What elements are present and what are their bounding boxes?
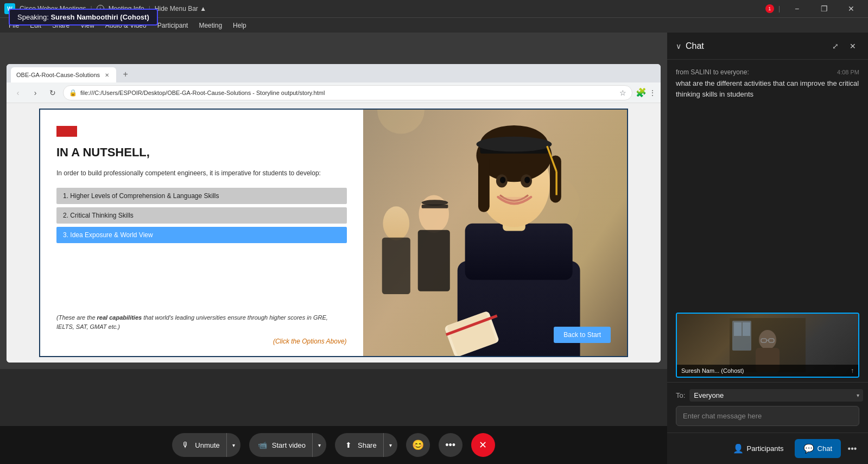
svg-rect-7: [417, 230, 449, 291]
mic-icon: 🎙: [181, 440, 191, 450]
browser-nav: ‹ › ↻ 🔒 file:///C:/Users/ESPOIR/Desktop/…: [7, 82, 661, 103]
notification-badge: 1: [765, 4, 774, 13]
graduation-photo: [363, 110, 627, 356]
grad-photo-background: [363, 110, 627, 356]
chat-header: ∨ Chat ⤢ ✕: [667, 33, 868, 60]
bookmark-icon[interactable]: ☆: [619, 88, 626, 97]
svg-point-23: [476, 137, 552, 152]
chat-sender: from SALINI to everyone:: [676, 68, 749, 76]
slide-click-text: (Click the Options Above): [56, 338, 347, 345]
slide-item-1[interactable]: 1. Higher Levels of Comprehension & Lang…: [56, 188, 347, 204]
tab-label: OBE-GA-Root-Cause-Solutions: [16, 72, 100, 78]
share-group: ⬆ Share ▾: [335, 433, 397, 457]
slide-right-panel: Back to Start: [363, 110, 627, 356]
chat-time: 4:08 PM: [837, 69, 859, 75]
svg-rect-32: [734, 322, 742, 336]
svg-point-4: [383, 206, 409, 240]
extensions-icon[interactable]: 🧩: [636, 87, 647, 98]
restore-button[interactable]: ❐: [812, 0, 837, 17]
gray-area-below: [0, 369, 667, 426]
svg-rect-33: [743, 322, 750, 336]
chat-input-box[interactable]: Enter chat message here: [676, 406, 859, 426]
address-lock-icon: 🔒: [69, 89, 77, 97]
minimize-button[interactable]: −: [784, 0, 809, 17]
browser-content: IN A NUTSHELL, In order to build profess…: [7, 103, 661, 363]
start-video-group: 📹 Start video ▾: [249, 433, 326, 457]
tab-close-button[interactable]: ✕: [103, 71, 111, 79]
video-icon: 📹: [258, 440, 268, 450]
video-arrow[interactable]: ▾: [312, 433, 326, 457]
participants-tab-button[interactable]: 👤 Participants: [724, 439, 793, 458]
more-options-button[interactable]: •••: [439, 433, 462, 457]
browser-tabs: OBE-GA-Root-Cause-Solutions ✕ +: [7, 64, 661, 82]
slide-item-2[interactable]: 2. Critical Thinking Skills: [56, 207, 347, 224]
close-button[interactable]: ✕: [839, 0, 864, 17]
chat-recipient-select[interactable]: Everyone: [689, 389, 863, 402]
svg-rect-11: [465, 224, 572, 280]
unmute-group: 🎙 Unmute ▾: [172, 433, 240, 457]
video-thumb-label: Suresh Nam... (Cohost) ↑: [677, 365, 858, 377]
start-video-button[interactable]: 📹 Start video: [249, 433, 312, 457]
end-call-icon: ✕: [479, 439, 487, 451]
slide-red-bar: [56, 126, 77, 137]
slide-left-panel: IN A NUTSHELL, In order to build profess…: [40, 110, 363, 356]
svg-rect-5: [382, 238, 410, 294]
content-wrapper: Speaking: Suresh Namboothiri (Cohost) OB…: [0, 33, 868, 464]
svg-point-9: [421, 200, 448, 205]
window-controls: 1 | − ❐ ✕: [765, 0, 864, 17]
menu-meeting[interactable]: Meeting: [194, 20, 226, 31]
svg-point-20: [499, 177, 505, 183]
chat-title: Chat: [686, 41, 825, 51]
chat-close-button[interactable]: ✕: [846, 40, 859, 53]
forward-button[interactable]: ›: [28, 86, 42, 100]
chat-header-icons: ⤢ ✕: [829, 40, 859, 53]
chat-messages: from SALINI to everyone: 4:08 PM what ar…: [667, 60, 868, 308]
slide-title: IN A NUTSHELL,: [56, 145, 347, 160]
chat-text: what are the different activities that c…: [676, 78, 859, 99]
chat-to-label: To:: [676, 391, 685, 399]
menu-help[interactable]: Help: [229, 20, 251, 31]
chat-input-area: To: Everyone ▾ Enter chat message here: [667, 382, 868, 433]
slide-footer: (These are the real capabilities that wo…: [56, 313, 347, 331]
video-participant-name: Suresh Nam... (Cohost): [681, 367, 744, 374]
slide-item-3[interactable]: 3. Idea Exposure & World View: [56, 227, 347, 243]
browser-window: OBE-GA-Root-Cause-Solutions ✕ + ‹ › ↻ 🔒 …: [7, 64, 661, 363]
participants-icon: 👤: [733, 443, 744, 454]
chat-collapse-icon[interactable]: ∨: [676, 42, 681, 50]
svg-rect-15: [478, 156, 489, 212]
chat-message-meta: from SALINI to everyone: 4:08 PM: [676, 68, 859, 76]
chat-to-row: To: Everyone ▾: [676, 389, 859, 402]
hide-menu-button[interactable]: Hide Menu Bar ▲: [155, 5, 206, 12]
new-tab-button[interactable]: +: [118, 67, 132, 81]
menu-participant[interactable]: Participant: [153, 20, 193, 31]
slide-subtitle: In order to build professionally compete…: [56, 168, 347, 178]
chat-message: from SALINI to everyone: 4:08 PM what ar…: [676, 68, 859, 99]
end-call-button[interactable]: ✕: [471, 433, 495, 457]
reaction-icon: 😊: [412, 439, 424, 451]
browser-tab-active[interactable]: OBE-GA-Root-Cause-Solutions ✕: [11, 67, 116, 82]
chat-popout-button[interactable]: ⤢: [829, 40, 842, 53]
right-panel: ∨ Chat ⤢ ✕ from SALINI to everyone: 4:08…: [667, 33, 868, 464]
chat-icon: 💬: [803, 443, 814, 454]
share-button[interactable]: ⬆ Share: [335, 433, 383, 457]
unmute-button[interactable]: 🎙 Unmute: [172, 433, 226, 457]
back-button[interactable]: ‹: [11, 86, 25, 100]
more-dots-icon: •••: [445, 440, 455, 451]
video-thumb-upload-icon: ↑: [851, 367, 854, 374]
chat-tab-label: Chat: [818, 444, 832, 453]
menu-icon[interactable]: ⋮: [649, 88, 656, 97]
unmute-arrow[interactable]: ▾: [226, 433, 240, 457]
more-tab-button[interactable]: •••: [843, 440, 861, 458]
chat-tab-button[interactable]: 💬 Chat: [795, 439, 841, 458]
presentation-slide: IN A NUTSHELL, In order to build profess…: [39, 109, 628, 357]
share-arrow[interactable]: ▾: [383, 433, 397, 457]
refresh-button[interactable]: ↻: [46, 86, 60, 100]
slide-items: 1. Higher Levels of Comprehension & Lang…: [56, 188, 347, 243]
video-thumbnail: Suresh Nam... (Cohost) ↑: [676, 313, 859, 378]
unmute-label: Unmute: [195, 441, 220, 449]
back-to-start-button[interactable]: Back to Start: [554, 327, 611, 343]
more-dots: •••: [848, 444, 857, 454]
address-bar[interactable]: 🔒 file:///C:/Users/ESPOIR/Desktop/OBE-GA…: [63, 85, 632, 100]
reaction-button[interactable]: 😊: [406, 433, 430, 457]
taskbar: 🎙 Unmute ▾ 📹 Start video ▾ ⬆ Share ▾: [0, 426, 667, 464]
